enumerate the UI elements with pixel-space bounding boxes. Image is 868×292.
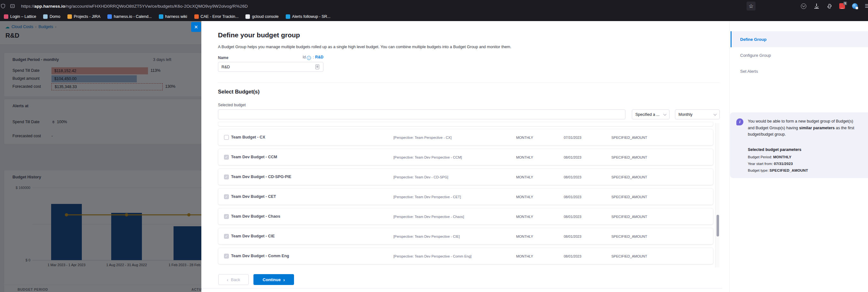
bookmark-item[interactable]: Login – Lattice	[1, 13, 39, 20]
bookmark-favicon	[4, 14, 8, 19]
list-scrollbar[interactable]	[715, 123, 719, 267]
budget-period: MONTHLY	[516, 234, 533, 239]
bookmark-item[interactable]: gcloud console	[243, 13, 281, 20]
bookmark-item[interactable]: Alerts followup - SR...	[283, 13, 333, 20]
bookmark-favicon	[107, 14, 112, 19]
budget-checkbox[interactable]: ✓	[224, 254, 229, 258]
continue-label: Continue	[263, 277, 281, 282]
bookmark-label: harness.io - Calend...	[114, 14, 152, 19]
budget-perspective: [Perspective: Team Dev - CD-SPG]	[394, 175, 448, 179]
budget-period: MONTHLY	[516, 254, 533, 258]
page-action-icons	[1, 3, 21, 9]
bookmark-favicon	[245, 14, 250, 19]
bookmark-label: Alerts followup - SR...	[292, 14, 331, 19]
select-budgets-title: Select Budget(s)	[218, 89, 259, 95]
browser-toolbar: https://app.harness.io/ng/account/wFHXHD…	[0, 0, 868, 12]
chevron-down-icon	[663, 112, 666, 115]
bookmark-label: CAE - Error Trackin...	[201, 14, 239, 19]
info-text-bold: similar parameters	[799, 126, 835, 130]
budget-start-date: 08/01/2023	[564, 195, 581, 199]
close-icon[interactable]: ✕	[191, 22, 201, 32]
app-viewport: ☁ Cloud Costs › Budgets › R&D Budget Per…	[0, 21, 868, 292]
budget-name: Team Dev Budget - Comm Eng	[231, 254, 289, 258]
budget-name: Team Dev Budget - CCM	[231, 155, 277, 159]
budget-start-date: 08/01/2023	[564, 215, 581, 219]
bookmark-item[interactable]: CAE - Error Trackin...	[192, 13, 241, 20]
selected-budget-parameters-title: Selected budget parameters	[748, 147, 801, 152]
budget-checkbox[interactable]: ✓	[224, 194, 229, 199]
budget-group-modal: Define your budget group A Budget Group …	[202, 21, 868, 292]
budget-type: SPECIFIED_AMOUNT	[611, 136, 647, 140]
name-input[interactable]	[218, 62, 323, 72]
bookmark-item[interactable]: Projects - JIRA	[65, 13, 103, 20]
budget-type: SPECIFIED_AMOUNT	[611, 254, 647, 258]
period-value: Monthly	[679, 112, 692, 117]
budget-name: Team Dev Budget - Chaos	[231, 214, 280, 219]
menu-icon[interactable]: ☰	[865, 3, 868, 9]
url-bar[interactable]: https://app.harness.io/ng/account/wFHXHD…	[21, 4, 248, 9]
bookmark-favicon	[194, 14, 199, 19]
budget-period: MONTHLY	[516, 195, 533, 199]
budget-type: SPECIFIED_AMOUNT	[611, 234, 647, 239]
id-value[interactable]: R&D	[315, 55, 323, 59]
scrolled-row-sliver	[218, 122, 713, 126]
edit-name-icon[interactable]	[315, 65, 319, 69]
screen: https://app.harness.io/ng/account/wFHXHD…	[0, 0, 868, 292]
toolbar-right-icons: ☆ ...1 ☰	[747, 2, 868, 10]
budget-checkbox[interactable]: ✓	[224, 214, 229, 219]
budget-type-dropdown[interactable]: Specified a ...	[632, 109, 670, 119]
extensions-puzzle-icon[interactable]	[827, 3, 832, 9]
budget-row[interactable]: ✓Team Dev Budget - Comm Eng[Perspective:…	[218, 248, 713, 264]
chevron-left-icon: ‹	[227, 277, 228, 282]
bookmark-item[interactable]: harness.io - Calend...	[105, 13, 154, 20]
wizard-divider	[729, 21, 730, 292]
modal-subtitle: A Budget Group helps you manage multiple…	[218, 45, 512, 49]
budget-row[interactable]: ✓Team Dev Budget - CD-SPG-PIE[Perspectiv…	[218, 169, 713, 185]
wizard-step-define-group[interactable]: Define Group	[731, 31, 868, 47]
site-info-icon[interactable]	[10, 3, 15, 9]
budget-perspective: [Perspective: Team Dev Perspective - CIE…	[394, 234, 460, 239]
back-button[interactable]: ‹ Back	[218, 274, 249, 285]
budget-checkbox[interactable]: ✓	[224, 234, 229, 239]
parameter-label: Budget type:	[748, 169, 770, 172]
chevron-down-icon	[714, 112, 717, 115]
budget-row[interactable]: ✓Team Dev Budget - CIE[Perspective: Team…	[218, 228, 713, 245]
bookmark-star-icon[interactable]: ☆	[747, 2, 755, 10]
bookmark-favicon	[43, 14, 48, 19]
budget-type: SPECIFIED_AMOUNT	[611, 175, 647, 179]
shield-icon[interactable]	[1, 3, 5, 9]
bookmark-item[interactable]: harness wiki	[156, 13, 190, 20]
budget-checkbox[interactable]: ✓	[224, 175, 229, 179]
budget-row[interactable]: Team Budget - CX[Perspective: Team Persp…	[218, 129, 713, 146]
menu-glyph-char: ☰	[865, 3, 868, 9]
bookmark-label: Login – Lattice	[10, 14, 36, 19]
budget-parameter: Year start from: 07/31/2023	[748, 162, 793, 166]
budget-checkbox[interactable]: ✓	[224, 155, 229, 159]
info-icon[interactable]: i	[307, 56, 311, 60]
parameter-value: 07/31/2023	[774, 162, 793, 166]
budget-parameter: Budget Period: MONTHLY	[748, 155, 791, 159]
continue-button[interactable]: Continue ›	[253, 274, 294, 285]
selected-budget-input[interactable]	[218, 109, 625, 119]
wizard-step-configure-group[interactable]: Configure Group	[731, 47, 868, 63]
password-extension-icon[interactable]	[852, 3, 858, 9]
period-dropdown[interactable]: Monthly	[675, 109, 720, 119]
bookmark-item[interactable]: Domo	[40, 13, 63, 20]
budget-row[interactable]: ✓Team Dev Budget - Chaos[Perspective: Te…	[218, 208, 713, 225]
downloads-icon[interactable]	[814, 3, 819, 9]
budget-perspective: [Perspective: Team Dev Perspective - CET…	[394, 195, 461, 199]
budget-perspective: [Perspective: Team Dev Perspective - CCM…	[394, 155, 462, 159]
bookmark-label: gcloud console	[252, 14, 278, 19]
budget-perspective: [Perspective: Team Dev Perspective - Com…	[394, 254, 471, 258]
budget-row[interactable]: ✓Team Dev Budget - CET[Perspective: Team…	[218, 188, 713, 205]
budget-row[interactable]: ✓Team Dev Budget - CCM[Perspective: Team…	[218, 149, 713, 165]
pocket-icon[interactable]	[801, 3, 806, 9]
wizard-step-set-alerts[interactable]: Set Alerts	[731, 63, 868, 79]
budget-start-date: 08/01/2023	[564, 155, 581, 159]
budget-perspective: [Perspective: Team Dev Perspective - Cha…	[394, 215, 464, 219]
list-scrollbar-thumb[interactable]	[716, 215, 719, 236]
budget-checkbox[interactable]	[224, 135, 229, 140]
adblock-extension-icon[interactable]: ...1	[839, 3, 845, 9]
budget-period: MONTHLY	[516, 136, 533, 140]
dots-glyph: ...	[840, 6, 843, 9]
